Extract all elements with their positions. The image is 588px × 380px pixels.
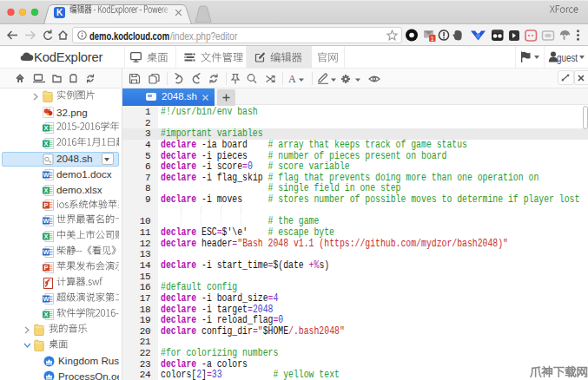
svg-text:X: X [43,311,48,318]
svg-text:W: W [43,218,50,226]
svg-text:W: W [43,248,50,256]
svg-text:W: W [43,295,50,303]
svg-text:W: W [43,171,50,179]
svg-text:P: P [43,202,48,210]
svg-text:X: X [43,124,48,132]
svg-text:P: P [43,264,48,272]
svg-text:X: X [43,140,48,147]
svg-text:X: X [43,187,48,194]
svg-text:A: A [288,73,296,85]
svg-text:1: 1 [431,36,434,42]
svg-text:X: X [43,233,48,241]
